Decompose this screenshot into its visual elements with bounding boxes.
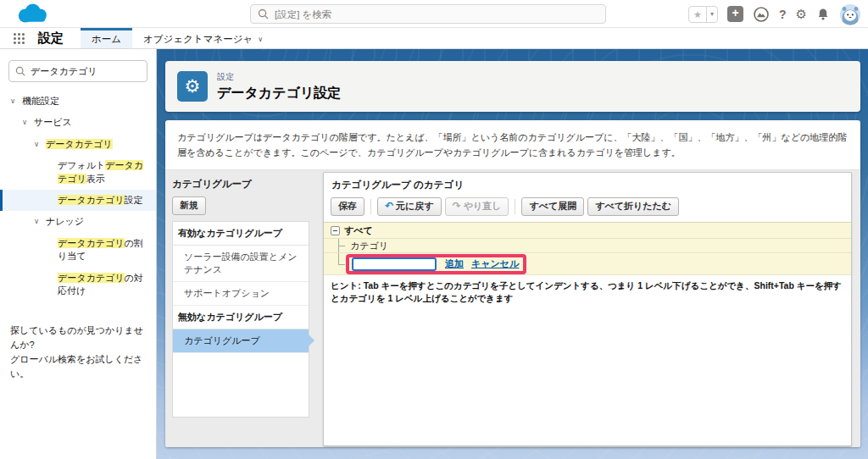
sidebar-item-label: 機能設定 xyxy=(22,95,59,108)
redo-icon: ↷ xyxy=(453,200,461,212)
nav-tabs: ホーム オブジェクトマネージャ ∨ xyxy=(81,28,274,48)
category-panel-title: カテゴリグループ のカテゴリ xyxy=(324,173,851,195)
sidebar-tree-item[interactable]: ∨ナレッジ xyxy=(0,211,156,232)
search-icon xyxy=(15,66,25,76)
tree-root-label: すべて xyxy=(344,224,373,237)
salesforce-logo xyxy=(14,3,51,26)
category-group-section-header: 有効なカテゴリグループ xyxy=(173,222,309,246)
quick-create-icon[interactable]: + xyxy=(727,6,743,22)
nav-bar: 設定 ホーム オブジェクトマネージャ ∨ xyxy=(0,28,868,49)
sidebar-footer-line1: 探しているものが見つかりませんか? xyxy=(10,324,146,352)
chevron-spacer xyxy=(46,237,58,239)
sidebar-item-label: サービス xyxy=(34,116,72,129)
expand-all-button[interactable]: すべて展開 xyxy=(521,197,584,216)
page-header-card: ⚙ 設定 データカテゴリ設定 xyxy=(165,61,860,112)
tree-row-root[interactable]: すべて xyxy=(324,223,851,239)
content-area: ⚙ 設定 データカテゴリ設定 カテゴリグループはデータカテゴリの階層です。たとえ… xyxy=(157,49,868,459)
tree-row-new-category: 追加 キャンセル xyxy=(324,253,851,275)
chevron-spacer xyxy=(46,194,58,196)
category-group-panel: カテゴリグループ 新規 有効なカテゴリグループソーラー設備の設置とメンテナンスサ… xyxy=(165,170,314,447)
setup-sidebar: ∨機能設定∨サービス∨データカテゴリデフォルトデータカテゴリ表示データカテゴリ設… xyxy=(0,49,157,459)
help-icon[interactable]: ? xyxy=(779,8,787,21)
cancel-link[interactable]: キャンセル xyxy=(471,257,519,270)
category-group-item[interactable]: サポートオプション xyxy=(173,282,309,306)
chevron-spacer xyxy=(46,272,58,274)
sidebar-tree: ∨機能設定∨サービス∨データカテゴリデフォルトデータカテゴリ表示データカテゴリ設… xyxy=(0,91,156,301)
global-search[interactable] xyxy=(250,4,606,24)
favorites-dropdown-icon[interactable]: ▾ xyxy=(706,7,717,22)
quick-find-input[interactable] xyxy=(31,66,141,76)
tab-object-manager-label: オブジェクトマネージャ xyxy=(143,33,253,46)
page-description: カテゴリグループはデータカテゴリの階層です。たとえば、「場所」という名前のカテゴ… xyxy=(165,120,860,170)
sidebar-footer: 探しているものが見つかりませんか? グローバル検索をお試しください。 xyxy=(0,324,156,381)
sidebar-tree-item[interactable]: データカテゴリの割り当て xyxy=(0,233,156,268)
undo-button[interactable]: ↶元に戻す xyxy=(377,197,442,216)
main-card: カテゴリグループはデータカテゴリの階層です。たとえば、「場所」という名前のカテゴ… xyxy=(165,120,860,447)
chevron-spacer xyxy=(46,159,58,161)
user-avatar[interactable] xyxy=(839,3,861,25)
keyboard-hint: ヒント: Tab キーを押すとこのカテゴリを子としてインデントする、つまり 1 … xyxy=(324,275,851,309)
chevron-down-icon[interactable]: ∨ xyxy=(34,215,46,227)
collapse-icon[interactable] xyxy=(331,226,340,235)
category-panel: カテゴリグループ のカテゴリ 保存 ↶元に戻す ↷やり直し すべて展開 すべて折… xyxy=(323,172,852,446)
chevron-down-icon[interactable]: ∨ xyxy=(22,116,34,128)
sidebar-tree-item[interactable]: デフォルトデータカテゴリ表示 xyxy=(0,155,156,190)
sidebar-item-label: データカテゴリ xyxy=(46,138,113,151)
redo-button[interactable]: ↷やり直し xyxy=(445,197,509,216)
category-group-item-selected[interactable]: カテゴリグループ xyxy=(173,329,309,353)
app-launcher-icon[interactable] xyxy=(0,28,33,48)
app-name: 設定 xyxy=(33,28,81,48)
favorites-button[interactable]: ★ ▾ xyxy=(688,6,718,23)
chevron-down-icon: ∨ xyxy=(258,36,263,43)
new-category-input[interactable] xyxy=(352,257,437,271)
page: ★ ▾ + ? ⚙ xyxy=(0,0,868,459)
sidebar-item-label: ナレッジ xyxy=(46,215,84,228)
save-button[interactable]: 保存 xyxy=(331,197,364,216)
tree-row-category[interactable]: カテゴリ xyxy=(324,239,851,253)
redo-label: やり直し xyxy=(464,201,502,211)
chevron-down-icon[interactable]: ∨ xyxy=(34,138,46,150)
global-search-input[interactable] xyxy=(275,9,598,19)
undo-icon: ↶ xyxy=(385,200,393,212)
toolbar-divider xyxy=(370,199,371,214)
category-group-panel-title: カテゴリグループ xyxy=(172,174,309,196)
inline-edit-region: 追加 キャンセル xyxy=(352,257,519,271)
category-group-item[interactable]: ソーラー設備の設置とメンテナンス xyxy=(173,246,309,282)
tab-home[interactable]: ホーム xyxy=(81,28,132,48)
sidebar-tree-item[interactable]: ∨機能設定 xyxy=(0,91,156,112)
sidebar-item-label: データカテゴリの割り当て xyxy=(58,237,151,263)
search-icon xyxy=(258,8,269,19)
undo-label: 元に戻す xyxy=(396,201,434,211)
favorites-star-icon[interactable]: ★ xyxy=(689,7,706,22)
sidebar-footer-line2: グローバル検索をお試しください。 xyxy=(10,352,146,381)
category-toolbar: 保存 ↶元に戻す ↷やり直し すべて展開 すべて折りたたむ xyxy=(324,195,851,222)
setup-tile-gear-icon: ⚙ xyxy=(177,71,208,102)
sidebar-tree-item-selected[interactable]: データカテゴリ設定 xyxy=(0,190,156,211)
category-group-list: 有効なカテゴリグループソーラー設備の設置とメンテナンスサポートオプション無効なカ… xyxy=(172,221,309,418)
notifications-bell-icon[interactable] xyxy=(816,8,830,21)
sidebar-tree-item[interactable]: ∨データカテゴリ xyxy=(0,134,156,155)
quick-find-box[interactable] xyxy=(8,60,147,82)
breadcrumb: 設定 xyxy=(217,71,341,83)
sidebar-tree-item[interactable]: ∨サービス xyxy=(0,112,156,133)
add-link[interactable]: 追加 xyxy=(445,257,464,270)
trailhead-icon[interactable] xyxy=(753,6,770,23)
tab-home-label: ホーム xyxy=(92,33,121,46)
chevron-down-icon[interactable]: ∨ xyxy=(10,95,22,107)
sidebar-item-label: データカテゴリ設定 xyxy=(58,194,143,207)
sidebar-item-label: データカテゴリの対応付け xyxy=(58,272,151,298)
category-panel-wrap: カテゴリグループ のカテゴリ 保存 ↶元に戻す ↷やり直し すべて展開 すべて折… xyxy=(314,170,860,447)
tree-connector-tee xyxy=(335,239,347,252)
tab-object-manager[interactable]: オブジェクトマネージャ ∨ xyxy=(132,28,274,48)
new-button[interactable]: 新規 xyxy=(172,196,206,215)
page-title: データカテゴリ設定 xyxy=(217,85,341,102)
toolbar-divider xyxy=(515,199,515,214)
tree-connector-elbow xyxy=(335,253,347,274)
setup-gear-icon[interactable]: ⚙ xyxy=(796,8,807,20)
collapse-all-button[interactable]: すべて折りたたむ xyxy=(587,197,679,216)
main-body: カテゴリグループ 新規 有効なカテゴリグループソーラー設備の設置とメンテナンスサ… xyxy=(165,170,860,447)
category-group-section-header: 無効なカテゴリグループ xyxy=(173,306,309,329)
sidebar-tree-item[interactable]: データカテゴリの対応付け xyxy=(0,268,156,302)
global-header: ★ ▾ + ? ⚙ xyxy=(0,0,868,28)
category-tree: すべて カテゴリ 追加 xyxy=(324,222,851,275)
